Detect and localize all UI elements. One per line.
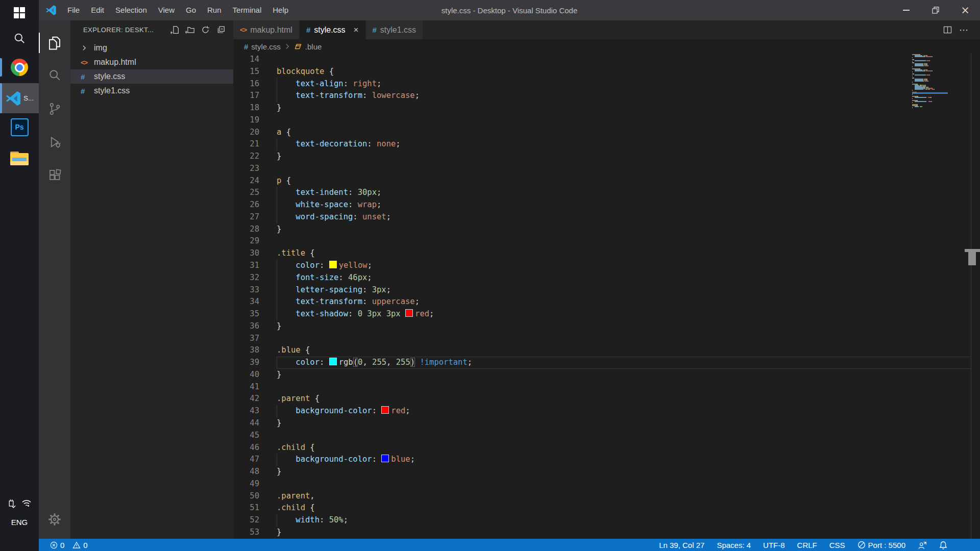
menu-file[interactable]: File xyxy=(62,0,85,20)
code-line-53[interactable]: 53} xyxy=(233,527,980,539)
html-file-icon: <> xyxy=(81,59,87,66)
explorer-item-makup.html[interactable]: <>makup.html xyxy=(70,55,233,69)
explorer-item-style.css[interactable]: #style.css xyxy=(70,69,233,84)
code-line-47[interactable]: 47 background-color: blue; xyxy=(233,454,980,466)
code-line-19[interactable]: 19 xyxy=(233,114,980,127)
activity-extensions[interactable] xyxy=(39,163,70,187)
color-swatch[interactable] xyxy=(381,406,389,414)
status-language-mode[interactable]: CSS xyxy=(825,539,849,551)
new-folder-button[interactable] xyxy=(182,23,198,36)
wifi-icon[interactable] xyxy=(21,498,32,509)
code-line-22[interactable]: 22} xyxy=(233,151,980,163)
explorer-item-img[interactable]: img xyxy=(70,41,233,55)
code-line-27[interactable]: 27 word-spacing: unset; xyxy=(233,211,980,223)
vscode-taskbar-button[interactable]: S... xyxy=(0,83,39,113)
menu-selection[interactable]: Selection xyxy=(110,0,153,20)
code-line-23[interactable]: 23 xyxy=(233,163,980,175)
status-encoding[interactable]: UTF-8 xyxy=(759,539,789,551)
tab-style1.css[interactable]: #style1.css xyxy=(366,20,424,39)
problems-warnings[interactable]: 0 xyxy=(68,539,91,551)
code-line-16[interactable]: 16 text-align: right; xyxy=(233,78,980,90)
code-line-34[interactable]: 34 text-transform: uppercase; xyxy=(233,296,980,308)
photoshop-taskbar-button[interactable]: Ps xyxy=(0,116,39,138)
activity-explorer[interactable] xyxy=(39,31,70,55)
usb-device-icon[interactable] xyxy=(7,498,16,509)
status-live-server-port[interactable]: Port : 5500 xyxy=(853,539,910,551)
restore-button[interactable] xyxy=(921,0,950,20)
code-line-14[interactable]: 14 xyxy=(233,54,980,66)
tab-style.css[interactable]: #style.css× xyxy=(300,20,366,39)
menu-run[interactable]: Run xyxy=(202,0,227,20)
code-line-20[interactable]: 20a { xyxy=(233,127,980,139)
menu-help[interactable]: Help xyxy=(267,0,294,20)
code-line-39[interactable]: 39 color: rgb(0, 255, 255) !important; xyxy=(233,357,980,369)
tab-close-button[interactable]: × xyxy=(354,26,359,34)
chrome-taskbar-button[interactable] xyxy=(0,56,39,79)
code-line-49[interactable]: 49 xyxy=(233,478,980,490)
scrollbar-thumb[interactable] xyxy=(968,252,976,265)
status-indentation[interactable]: Spaces: 4 xyxy=(713,539,755,551)
code-line-25[interactable]: 25 text-indent: 30px; xyxy=(233,187,980,199)
code-line-50[interactable]: 50.parent, xyxy=(233,490,980,503)
code-editor[interactable]: 1415blockquote {16 text-align: right;17 … xyxy=(233,54,980,539)
refresh-explorer-button[interactable] xyxy=(198,23,213,36)
tab-makup.html[interactable]: <>makup.html xyxy=(233,20,300,39)
code-line-41[interactable]: 41 xyxy=(233,381,980,393)
activity-run-debug[interactable] xyxy=(39,130,70,154)
code-line-42[interactable]: 42.parent { xyxy=(233,393,980,405)
code-line-31[interactable]: 31 color: yellow; xyxy=(233,260,980,272)
color-swatch[interactable] xyxy=(381,455,389,462)
code-line-37[interactable]: 37 xyxy=(233,333,980,345)
collapse-folders-button[interactable] xyxy=(213,23,228,36)
status-feedback[interactable] xyxy=(914,539,931,551)
code-line-15[interactable]: 15blockquote { xyxy=(233,66,980,78)
start-button[interactable] xyxy=(0,3,39,22)
code-line-26[interactable]: 26 white-space: wrap; xyxy=(233,199,980,211)
activity-search[interactable] xyxy=(39,63,70,87)
code-line-28[interactable]: 28} xyxy=(233,223,980,236)
code-line-51[interactable]: 51.child { xyxy=(233,502,980,514)
code-line-36[interactable]: 36} xyxy=(233,320,980,333)
windows-search-button[interactable] xyxy=(0,28,39,48)
menu-view[interactable]: View xyxy=(153,0,180,20)
color-swatch[interactable] xyxy=(329,261,337,268)
code-line-35[interactable]: 35 text-shadow: 0 3px 3px red; xyxy=(233,308,980,320)
split-editor-icon[interactable] xyxy=(943,26,952,34)
close-button[interactable]: × xyxy=(950,0,980,20)
explorer-item-style1.css[interactable]: #style1.css xyxy=(70,84,233,98)
code-line-29[interactable]: 29 xyxy=(233,235,980,247)
new-file-button[interactable] xyxy=(167,23,182,36)
code-line-32[interactable]: 32 font-size: 46px; xyxy=(233,272,980,284)
file-explorer-taskbar-button[interactable] xyxy=(0,147,39,169)
code-line-18[interactable]: 18} xyxy=(233,102,980,114)
breadcrumb-item[interactable]: .blue xyxy=(294,42,322,51)
problems-errors[interactable]: 0 xyxy=(46,539,68,551)
code-line-33[interactable]: 33 letter-spacing: 3px; xyxy=(233,284,980,296)
menu-go[interactable]: Go xyxy=(180,0,202,20)
menu-terminal[interactable]: Terminal xyxy=(227,0,267,20)
more-actions-icon[interactable]: ⋯ xyxy=(959,24,969,36)
status-notifications[interactable] xyxy=(935,539,951,551)
code-line-40[interactable]: 40} xyxy=(233,369,980,381)
manage-button[interactable] xyxy=(39,507,70,532)
breadcrumb-item[interactable]: #style.css xyxy=(244,42,281,51)
status-eol-sequence[interactable]: CRLF xyxy=(793,539,821,551)
minimize-button[interactable] xyxy=(891,0,921,20)
code-line-38[interactable]: 38.blue { xyxy=(233,344,980,357)
minimap[interactable] xyxy=(912,54,948,108)
code-line-17[interactable]: 17 text-transform: lowercase; xyxy=(233,90,980,102)
code-line-45[interactable]: 45 xyxy=(233,430,980,442)
activity-source-control[interactable] xyxy=(39,96,70,121)
code-line-30[interactable]: 30.title { xyxy=(233,247,980,260)
code-line-24[interactable]: 24p { xyxy=(233,175,980,187)
code-line-21[interactable]: 21 text-decoration: none; xyxy=(233,138,980,151)
code-line-44[interactable]: 44} xyxy=(233,417,980,430)
code-line-43[interactable]: 43 background-color: red; xyxy=(233,405,980,417)
language-indicator[interactable]: ENG xyxy=(0,513,39,531)
code-line-52[interactable]: 52 width: 50%; xyxy=(233,514,980,527)
menu-edit[interactable]: Edit xyxy=(85,0,110,20)
status-cursor-position[interactable]: Ln 39, Col 27 xyxy=(655,539,708,551)
code-line-48[interactable]: 48} xyxy=(233,466,980,478)
code-line-46[interactable]: 46.child { xyxy=(233,442,980,454)
color-swatch[interactable] xyxy=(405,309,413,317)
